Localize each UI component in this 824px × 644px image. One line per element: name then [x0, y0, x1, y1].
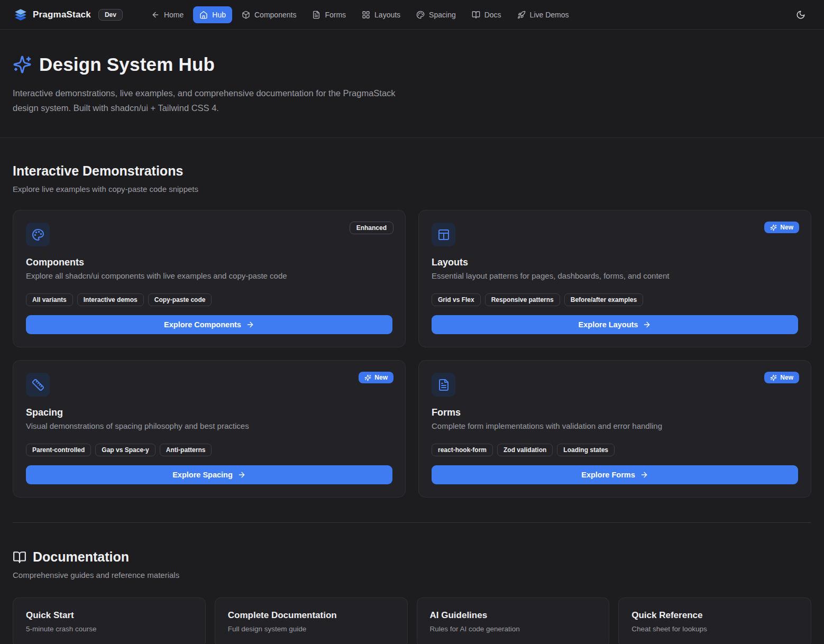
book-open-icon — [13, 550, 26, 564]
doc-card-title: Complete Documentation — [228, 610, 395, 621]
badge-label: New — [374, 374, 388, 381]
doc-card-complete-documentation[interactable]: Complete Documentation Full design syste… — [215, 597, 408, 644]
arrow-left-icon — [151, 11, 160, 19]
docs-heading: Documentation — [33, 549, 129, 565]
nav-item-home[interactable]: Home — [145, 6, 190, 23]
tag: Responsive patterns — [485, 293, 560, 306]
nav-item-spacing[interactable]: Spacing — [410, 6, 462, 23]
tag: Interactive demos — [77, 293, 144, 306]
brand-name: PragmaStack — [33, 10, 91, 20]
nav-item-docs[interactable]: Docs — [465, 6, 508, 23]
book-open-icon — [472, 11, 480, 19]
tag: All variants — [26, 293, 73, 306]
button-label: Explore Components — [164, 320, 241, 329]
page-subtitle: Interactive demonstrations, live example… — [13, 86, 407, 115]
tag-row: react-hook-form Zod validation Loading s… — [432, 444, 798, 456]
nav-item-label: Docs — [484, 11, 501, 19]
badge-label: New — [780, 374, 793, 381]
theme-toggle-button[interactable] — [791, 5, 810, 24]
demo-card-grid: Enhanced Components Explore all shadcn/u… — [13, 210, 811, 498]
palette-icon — [32, 228, 44, 241]
enhanced-badge: Enhanced — [350, 222, 393, 234]
package-icon — [242, 11, 250, 19]
icon-tile — [26, 223, 50, 246]
tag: Copy-paste code — [148, 293, 212, 306]
nav-item-hub[interactable]: Hub — [193, 6, 232, 23]
section-divider — [13, 522, 811, 523]
ruler-icon — [32, 379, 44, 391]
demos-heading: Interactive Demonstrations — [13, 163, 811, 179]
file-text-icon — [437, 379, 450, 391]
card-description: Visual demonstrations of spacing philoso… — [26, 421, 392, 430]
tag: react-hook-form — [432, 444, 493, 456]
tag: Before/after examples — [564, 293, 643, 306]
tag: Grid vs Flex — [432, 293, 481, 306]
layers-logo-icon — [14, 8, 28, 22]
explore-components-button[interactable]: Explore Components — [26, 315, 392, 334]
docs-subheading: Comprehensive guides and reference mater… — [13, 571, 811, 579]
nav-item-label: Layouts — [374, 11, 400, 19]
doc-card-title: Quick Reference — [631, 610, 798, 621]
arrow-right-icon — [643, 320, 651, 329]
doc-card-title: AI Guidelines — [430, 610, 597, 621]
nav-item-layouts[interactable]: Layouts — [355, 6, 407, 23]
tag-row: Parent-controlled Gap vs Space-y Anti-pa… — [26, 444, 392, 456]
demo-card-components[interactable]: Enhanced Components Explore all shadcn/u… — [13, 210, 406, 347]
card-title: Forms — [432, 407, 798, 418]
sparkles-icon — [770, 224, 777, 231]
explore-forms-button[interactable]: Explore Forms — [432, 465, 798, 484]
doc-card-ai-guidelines[interactable]: AI Guidelines Rules for AI code generati… — [417, 597, 610, 644]
arrow-right-icon — [640, 471, 648, 479]
nav-item-live-demos[interactable]: Live Demos — [511, 6, 575, 23]
doc-card-subtitle: 5-minute crash course — [26, 625, 193, 633]
card-description: Complete form implementations with valid… — [432, 421, 798, 430]
new-badge: New — [359, 372, 393, 383]
palette-icon — [416, 11, 425, 19]
demos-section: Interactive Demonstrations Explore live … — [0, 163, 824, 498]
tag: Parent-controlled — [26, 444, 91, 456]
documentation-section: Documentation Comprehensive guides and r… — [0, 549, 824, 644]
card-description: Essential layout patterns for pages, das… — [432, 271, 798, 280]
page-title: Design System Hub — [39, 54, 215, 75]
doc-card-subtitle: Rules for AI code generation — [430, 625, 597, 633]
nav-item-label: Forms — [325, 11, 346, 19]
nav-item-label: Live Demos — [530, 11, 569, 19]
tag: Loading states — [557, 444, 615, 456]
demo-card-layouts[interactable]: New Layouts Essential layout patterns fo… — [418, 210, 811, 347]
top-navbar: PragmaStack Dev Home Hub Components Form… — [0, 0, 824, 30]
doc-card-title: Quick Start — [26, 610, 193, 621]
new-badge: New — [764, 222, 799, 233]
tag: Anti-patterns — [160, 444, 212, 456]
brand[interactable]: PragmaStack — [14, 8, 91, 22]
arrow-right-icon — [246, 320, 254, 329]
button-label: Explore Spacing — [172, 471, 233, 479]
doc-card-grid: Quick Start 5-minute crash course Comple… — [13, 597, 811, 644]
hero-section: Design System Hub Interactive demonstrat… — [0, 30, 824, 138]
moon-icon — [796, 10, 805, 20]
arrow-right-icon — [237, 471, 246, 479]
env-badge: Dev — [98, 9, 123, 21]
nav-item-label: Home — [164, 11, 184, 19]
card-description: Explore all shadcn/ui components with li… — [26, 271, 392, 280]
nav-item-components[interactable]: Components — [235, 6, 303, 23]
doc-card-subtitle: Cheat sheet for lookups — [631, 625, 798, 633]
explore-spacing-button[interactable]: Explore Spacing — [26, 465, 392, 484]
nav-item-forms[interactable]: Forms — [306, 6, 352, 23]
doc-card-quick-start[interactable]: Quick Start 5-minute crash course — [13, 597, 206, 644]
icon-tile — [26, 373, 50, 397]
tag: Gap vs Space-y — [95, 444, 155, 456]
icon-tile — [432, 223, 455, 246]
button-label: Explore Layouts — [579, 320, 638, 329]
button-label: Explore Forms — [581, 471, 635, 479]
card-title: Spacing — [26, 407, 392, 418]
layout-grid-icon — [362, 11, 370, 19]
doc-card-subtitle: Full design system guide — [228, 625, 395, 633]
nav-item-label: Hub — [212, 11, 226, 19]
nav-item-label: Components — [254, 11, 296, 19]
demo-card-spacing[interactable]: New Spacing Visual demonstrations of spa… — [13, 360, 406, 498]
panels-top-icon — [437, 228, 450, 241]
sparkles-icon — [13, 55, 32, 74]
doc-card-quick-reference[interactable]: Quick Reference Cheat sheet for lookups — [618, 597, 811, 644]
explore-layouts-button[interactable]: Explore Layouts — [432, 315, 798, 334]
demo-card-forms[interactable]: New Forms Complete form implementations … — [418, 360, 811, 498]
